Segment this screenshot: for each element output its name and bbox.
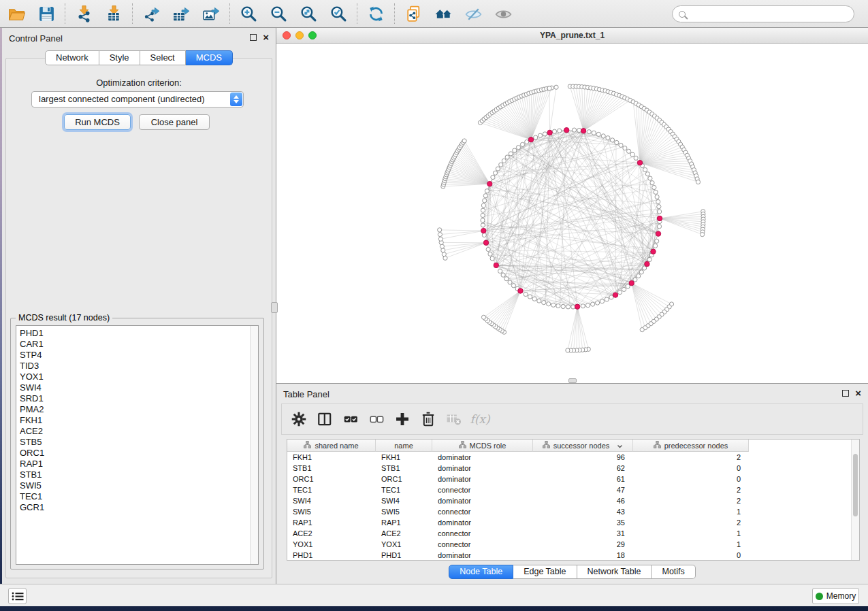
list-item[interactable]: STP4 xyxy=(16,350,249,361)
zoom-out-icon[interactable] xyxy=(263,2,293,25)
search-input[interactable] xyxy=(686,7,854,21)
save-session-icon[interactable] xyxy=(31,2,61,25)
column-header-shared-name[interactable]: shared name xyxy=(287,440,376,452)
table-row[interactable]: STB1STB1dominator620 xyxy=(287,463,850,474)
list-item[interactable]: SWI4 xyxy=(16,382,249,393)
list-item[interactable]: SWI5 xyxy=(16,480,249,491)
deselect-all-rows-icon[interactable] xyxy=(366,408,387,431)
vertical-splitter-handle[interactable] xyxy=(271,302,278,313)
first-neighbors-icon[interactable] xyxy=(428,2,458,25)
network-graph xyxy=(276,44,868,383)
list-item[interactable]: SRD1 xyxy=(16,393,249,404)
memory-button[interactable]: Memory xyxy=(812,588,859,604)
table-row[interactable]: ACE2ACE2connector311 xyxy=(287,528,850,539)
list-item[interactable]: PMA2 xyxy=(16,404,249,415)
table-row[interactable]: ORC1ORC1dominator610 xyxy=(287,474,850,484)
tab-select[interactable]: Select xyxy=(140,50,186,65)
table-cell: dominator xyxy=(432,463,533,474)
table-cell: STB1 xyxy=(287,463,376,474)
list-item[interactable]: YOX1 xyxy=(16,371,249,382)
list-item[interactable]: FKH1 xyxy=(16,415,249,426)
export-table-icon[interactable] xyxy=(166,2,196,25)
criterion-dropdown[interactable]: largest connected component (undirected) xyxy=(31,91,244,108)
column-header-successor-nodes[interactable]: successor nodes xyxy=(533,440,633,452)
network-titlebar[interactable]: YPA_prune.txt_1 xyxy=(276,28,868,44)
column-header-name[interactable]: name xyxy=(376,440,432,452)
run-mcds-button[interactable]: Run MCDS xyxy=(64,114,131,130)
tab-network[interactable]: Network xyxy=(45,50,99,65)
table-scrollbar[interactable] xyxy=(851,440,859,560)
delete-row-icon[interactable] xyxy=(418,408,438,431)
list-item[interactable]: GCR1 xyxy=(16,502,249,513)
close-window-icon[interactable] xyxy=(283,31,291,39)
import-table-icon[interactable] xyxy=(99,2,129,25)
column-header-MCDS-role[interactable]: MCDS role xyxy=(432,440,533,452)
show-all-icon[interactable] xyxy=(488,2,518,25)
refresh-icon[interactable] xyxy=(361,2,391,25)
control-panel-tabs: NetworkStyleSelectMCDS xyxy=(45,50,233,65)
table-row[interactable]: YOX1YOX1connector291 xyxy=(287,539,850,550)
tab-style[interactable]: Style xyxy=(99,50,140,65)
panel-menu-button[interactable] xyxy=(8,588,27,604)
column-tree-icon xyxy=(459,441,466,450)
network-window: YPA_prune.txt_1 xyxy=(276,28,868,383)
table-row[interactable]: SWI5SWI5connector431 xyxy=(287,506,850,517)
copy-network-icon[interactable] xyxy=(398,2,428,25)
close-panel-icon[interactable]: × xyxy=(263,33,269,42)
close-panel-button[interactable]: Close panel xyxy=(139,114,210,130)
table-cell: TEC1 xyxy=(376,484,432,495)
select-all-rows-icon[interactable] xyxy=(340,408,361,431)
toolbar-separator xyxy=(357,3,357,24)
export-network-icon[interactable] xyxy=(136,2,166,25)
tab-network-table[interactable]: Network Table xyxy=(577,565,652,579)
close-table-panel-icon[interactable]: × xyxy=(855,389,861,397)
toolbar-separator xyxy=(229,3,230,24)
table-row[interactable]: RAP1RAP1dominator352 xyxy=(287,517,850,528)
tab-node-table[interactable]: Node Table xyxy=(449,565,513,579)
table-cell: 31 xyxy=(533,528,633,539)
list-item[interactable]: STB1 xyxy=(16,469,249,480)
search-box[interactable] xyxy=(672,5,854,22)
zoom-in-icon[interactable] xyxy=(234,2,263,25)
column-tree-icon xyxy=(304,441,311,450)
column-header-predecessor-nodes[interactable]: predecessor nodes xyxy=(633,440,749,452)
list-item[interactable]: CAR1 xyxy=(16,339,249,350)
float-table-panel-icon[interactable] xyxy=(842,390,849,397)
list-item[interactable]: STB5 xyxy=(16,437,249,448)
minimize-window-icon[interactable] xyxy=(295,31,304,39)
list-item[interactable]: TEC1 xyxy=(16,491,249,502)
table-scrollbar-thumb[interactable] xyxy=(853,454,858,516)
horizontal-splitter-handle[interactable] xyxy=(568,378,577,383)
maximize-window-icon[interactable] xyxy=(308,31,317,39)
network-canvas[interactable] xyxy=(276,44,868,383)
table-row[interactable]: PHD1PHD1dominator180 xyxy=(287,550,850,561)
table-cell: dominator xyxy=(432,474,533,484)
table-cell: YOX1 xyxy=(376,539,432,550)
add-row-icon[interactable] xyxy=(392,408,413,431)
list-scrollbar[interactable] xyxy=(250,326,258,564)
tab-motifs[interactable]: Motifs xyxy=(652,565,695,579)
list-item[interactable]: ORC1 xyxy=(16,448,249,459)
export-image-icon[interactable] xyxy=(196,2,226,25)
tab-edge-table[interactable]: Edge Table xyxy=(513,565,577,579)
settings-icon[interactable] xyxy=(289,408,309,431)
column-selector-icon[interactable] xyxy=(315,408,335,431)
memory-status-icon xyxy=(816,593,823,600)
zoom-selected-icon[interactable] xyxy=(323,2,353,25)
float-panel-icon[interactable] xyxy=(250,34,257,41)
tab-mcds[interactable]: MCDS xyxy=(186,50,233,65)
table-row[interactable]: FKH1FKH1dominator962 xyxy=(287,452,850,463)
list-item[interactable]: ACE2 xyxy=(16,426,249,437)
table-row[interactable]: TEC1TEC1connector472 xyxy=(287,484,850,495)
list-item[interactable]: TID3 xyxy=(16,361,249,371)
hide-selected-icon[interactable] xyxy=(458,2,488,25)
import-network-icon[interactable] xyxy=(69,2,99,25)
list-item[interactable]: PHD1 xyxy=(16,328,249,339)
list-item[interactable]: RAP1 xyxy=(16,459,249,469)
open-file-icon[interactable] xyxy=(1,2,31,25)
table-cell: RAP1 xyxy=(287,517,376,528)
table-cell: ORC1 xyxy=(376,474,432,484)
table-cell: ORC1 xyxy=(287,474,376,484)
zoom-fit-icon[interactable] xyxy=(293,2,323,25)
table-row[interactable]: SWI4SWI4dominator462 xyxy=(287,495,850,506)
